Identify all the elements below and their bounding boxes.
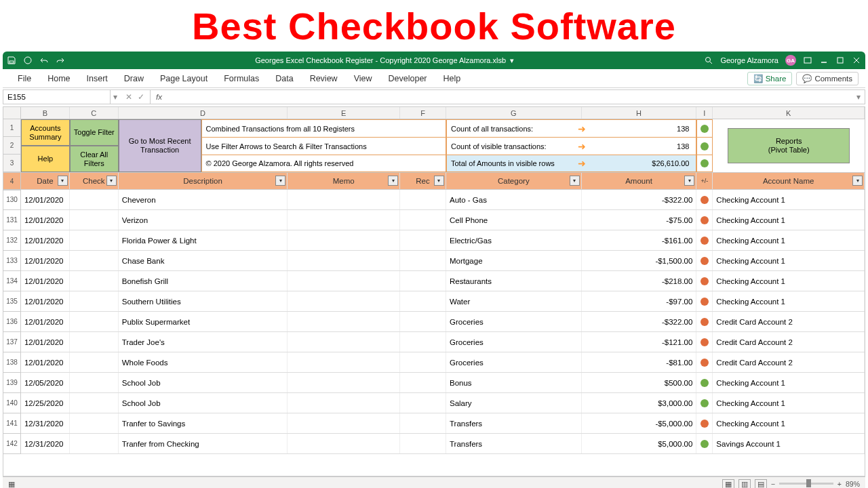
table-row[interactable]: 13612/01/2020Publix SupermarketGroceries… <box>3 312 865 332</box>
redo-icon[interactable] <box>56 56 65 65</box>
cell-status[interactable] <box>696 291 713 311</box>
cell-account[interactable]: Credit Card Account 2 <box>713 352 865 372</box>
cell-date[interactable]: 12/01/2020 <box>21 210 70 230</box>
spreadsheet-grid[interactable]: B C D E F G H I K 1 2 3 Accounts Summary… <box>3 106 865 476</box>
page-break-icon[interactable]: ▤ <box>755 479 767 489</box>
cell-check[interactable] <box>70 352 119 372</box>
filter-icon[interactable]: ▾ <box>388 176 398 186</box>
cell-amount[interactable]: -$218.00 <box>582 271 697 291</box>
cell-description[interactable]: Bonefish Grill <box>119 271 288 291</box>
row-header[interactable]: 1 <box>3 119 21 137</box>
table-row[interactable]: 14112/31/2020Tranfer to SavingsTransfers… <box>3 413 865 434</box>
cell-check[interactable] <box>70 413 119 433</box>
cell-account[interactable]: Checking Account 1 <box>713 291 865 311</box>
cell-account[interactable]: Credit Card Account 2 <box>713 312 865 331</box>
cell-category[interactable]: Bonus <box>446 373 582 392</box>
cell-check[interactable] <box>70 373 119 392</box>
cell-date[interactable]: 12/01/2020 <box>21 352 70 372</box>
clear-filters-button[interactable]: Clear All Filters <box>70 146 119 172</box>
cell-date[interactable]: 12/25/2020 <box>21 393 70 413</box>
toggle-filter-button[interactable]: Toggle Filter <box>70 119 119 146</box>
cell-status[interactable] <box>696 393 713 413</box>
cell-amount[interactable]: $500.00 <box>582 373 697 392</box>
cell-status[interactable] <box>696 413 713 433</box>
cell-rec[interactable] <box>400 352 446 372</box>
cell-description[interactable]: Florida Power & Light <box>119 230 288 250</box>
col-header-c[interactable]: C <box>70 107 119 119</box>
row-header[interactable]: 139 <box>3 373 21 393</box>
cell-category[interactable]: Salary <box>446 393 582 413</box>
save-icon[interactable] <box>7 56 16 65</box>
cancel-formula-icon[interactable]: ✕ <box>125 92 132 102</box>
col-header-f[interactable]: F <box>400 107 446 119</box>
zoom-out-icon[interactable]: − <box>771 480 775 488</box>
cell-description[interactable]: Chase Bank <box>119 251 288 270</box>
maximize-icon[interactable] <box>835 56 845 65</box>
cell-account[interactable]: Savings Account 1 <box>713 434 865 453</box>
tab-page-layout[interactable]: Page Layout <box>152 74 216 83</box>
table-row[interactable]: 13312/01/2020Chase BankMortgage-$1,500.0… <box>3 251 865 271</box>
cell-rec[interactable] <box>400 393 446 413</box>
table-row[interactable]: 13112/01/2020VerizonCell Phone-$75.00Che… <box>3 210 865 230</box>
cell-status[interactable] <box>696 190 713 209</box>
row-header[interactable]: 134 <box>3 271 21 291</box>
cell-date[interactable]: 12/01/2020 <box>21 291 70 311</box>
cell-check[interactable] <box>70 271 119 291</box>
cell-description[interactable]: Southern Utilities <box>119 291 288 311</box>
cell-account[interactable]: Checking Account 1 <box>713 251 865 270</box>
cell-account[interactable]: Checking Account 1 <box>713 210 865 230</box>
accounts-summary-button[interactable]: Accounts Summary <box>21 119 70 146</box>
cell-amount[interactable]: $3,000.00 <box>582 393 697 413</box>
avatar[interactable]: GA <box>785 55 796 66</box>
cell-memo[interactable] <box>288 190 400 209</box>
row-header[interactable]: 142 <box>3 434 21 454</box>
row-header[interactable]: 133 <box>3 251 21 271</box>
cell-account[interactable]: Checking Account 1 <box>713 271 865 291</box>
tab-home[interactable]: Home <box>39 74 78 83</box>
tab-file[interactable]: File <box>9 74 39 83</box>
cell-memo[interactable] <box>288 393 400 413</box>
table-row[interactable]: 13912/05/2020School JobBonus$500.00Check… <box>3 373 865 393</box>
comments-button[interactable]: 💬 Comments <box>796 72 859 85</box>
table-row[interactable]: 13512/01/2020Southern UtilitiesWater-$97… <box>3 291 865 312</box>
cell-description[interactable]: Trader Joe's <box>119 332 288 352</box>
cell-memo[interactable] <box>288 352 400 372</box>
cell-check[interactable] <box>70 251 119 270</box>
cell-status[interactable] <box>696 210 713 230</box>
cell-account[interactable]: Checking Account 1 <box>713 373 865 392</box>
filter-icon[interactable]: ▾ <box>275 176 285 186</box>
row-header[interactable]: 135 <box>3 291 21 312</box>
tab-data[interactable]: Data <box>267 74 301 83</box>
cell-check[interactable] <box>70 190 119 209</box>
cell-memo[interactable] <box>288 230 400 250</box>
row-header[interactable]: 137 <box>3 332 21 352</box>
cell-status[interactable] <box>696 352 713 372</box>
cell-memo[interactable] <box>288 312 400 331</box>
table-row[interactable]: 13212/01/2020Florida Power & LightElectr… <box>3 230 865 251</box>
cell-description[interactable]: Tranfer to Savings <box>119 413 288 433</box>
cell-check[interactable] <box>70 291 119 311</box>
cell-account[interactable]: Checking Account 1 <box>713 230 865 250</box>
cell-date[interactable]: 12/05/2020 <box>21 373 70 392</box>
filter-icon[interactable]: ▾ <box>58 176 68 186</box>
cell-date[interactable]: 12/01/2020 <box>21 271 70 291</box>
cell-check[interactable] <box>70 210 119 230</box>
col-header-d[interactable]: D <box>119 107 288 119</box>
cell-rec[interactable] <box>400 230 446 250</box>
table-row[interactable]: 13812/01/2020Whole FoodsGroceries-$81.00… <box>3 352 865 373</box>
cell-category[interactable]: Auto - Gas <box>446 190 582 209</box>
zoom-in-icon[interactable]: + <box>837 480 842 488</box>
minimize-icon[interactable] <box>819 56 829 65</box>
row-header[interactable]: 2 <box>3 137 21 155</box>
undo-icon[interactable] <box>39 56 49 65</box>
enter-formula-icon[interactable]: ✓ <box>138 92 144 102</box>
search-icon[interactable] <box>704 56 713 65</box>
cell-category[interactable]: Restaurants <box>446 271 582 291</box>
zoom-level[interactable]: 89% <box>846 480 860 488</box>
cell-amount[interactable]: -$97.00 <box>582 291 697 311</box>
help-button[interactable]: Help <box>21 146 70 172</box>
col-header-i[interactable]: I <box>696 107 713 119</box>
cell-memo[interactable] <box>288 373 400 392</box>
zoom-slider[interactable] <box>779 483 833 485</box>
cell-category[interactable]: Transfers <box>446 413 582 433</box>
